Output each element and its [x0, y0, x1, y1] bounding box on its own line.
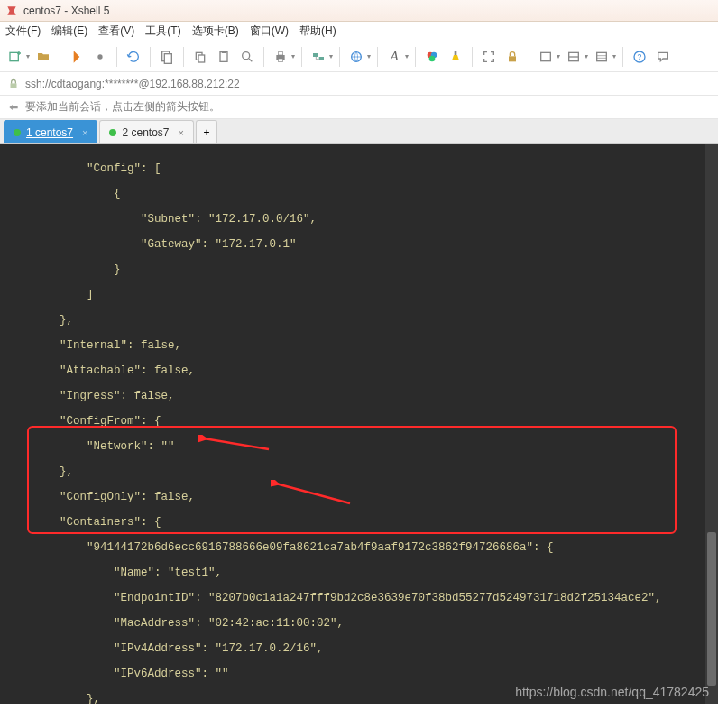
comment-icon[interactable] — [653, 47, 673, 67]
annotation-arrow-icon — [271, 480, 352, 507]
dropdown-icon[interactable]: ▾ — [585, 52, 588, 60]
separator — [60, 47, 60, 67]
svg-text:?: ? — [638, 52, 642, 61]
status-dot-icon — [14, 129, 21, 136]
menu-edit[interactable]: 编辑(E) — [51, 23, 87, 39]
svg-rect-19 — [509, 56, 516, 61]
separator — [529, 47, 529, 67]
scrollbar-thumb[interactable] — [707, 532, 716, 686]
menu-file[interactable]: 文件(F) — [5, 23, 41, 39]
svg-point-1 — [97, 54, 102, 59]
term-line: "Network": "" — [5, 440, 175, 453]
menu-tools[interactable]: 工具(T) — [145, 23, 180, 39]
globe-icon[interactable] — [346, 47, 366, 67]
dropdown-icon[interactable]: ▾ — [329, 52, 333, 60]
term-line: "Attachable": false, — [5, 364, 195, 377]
layout3-icon[interactable] — [592, 47, 612, 67]
font-icon[interactable]: A — [384, 47, 404, 67]
term-line: "Name": "test1", — [5, 567, 222, 579]
term-line: }, — [5, 465, 73, 478]
term-line: "IPv6Address": "" — [5, 668, 229, 680]
arrow-hint-icon[interactable] — [7, 101, 20, 114]
term-line: "ConfigFrom": { — [5, 415, 161, 428]
tab-label: 1 centos7 — [26, 126, 73, 139]
color-icon[interactable] — [422, 47, 442, 67]
new-tab-button[interactable]: + — [196, 120, 217, 143]
svg-line-26 — [204, 438, 269, 449]
window-title: centos7 - Xshell 5 — [23, 5, 109, 17]
menu-tabs[interactable]: 选项卡(B) — [192, 23, 239, 39]
dropdown-icon[interactable]: ▾ — [26, 52, 30, 60]
svg-rect-25 — [11, 83, 17, 88]
paste-icon[interactable] — [214, 47, 234, 67]
tab-bar: 1 centos7 × 2 centos7 × + — [0, 119, 718, 144]
term-line: "Gateway": "172.17.0.1" — [5, 238, 297, 251]
hint-text: 要添加当前会话，点击左侧的箭头按钮。 — [25, 99, 220, 115]
scrollbar[interactable] — [705, 144, 718, 704]
separator — [339, 47, 340, 67]
term-line: "Config": [ — [5, 162, 161, 175]
separator — [301, 47, 302, 67]
dropdown-icon[interactable]: ▾ — [405, 52, 409, 60]
print-icon[interactable] — [271, 47, 290, 67]
menu-window[interactable]: 窗口(W) — [250, 23, 289, 39]
properties-icon[interactable] — [157, 47, 177, 67]
lock-icon[interactable] — [502, 47, 522, 67]
transfer-icon[interactable] — [308, 47, 328, 67]
watermark-text: https://blog.csdn.net/qq_41782425 — [515, 686, 709, 698]
term-line: }, — [5, 314, 73, 327]
svg-point-8 — [243, 51, 250, 59]
open-icon[interactable] — [33, 47, 53, 67]
terminal-pane[interactable]: "Config": [ { "Subnet": "172.17.0.0/16",… — [0, 144, 718, 704]
address-text[interactable]: ssh://cdtaogang:********@192.168.88.212:… — [25, 78, 240, 90]
new-session-icon[interactable] — [5, 47, 25, 67]
menu-view[interactable]: 查看(V) — [98, 23, 134, 39]
separator — [183, 47, 184, 67]
status-dot-icon — [109, 129, 116, 136]
copy-icon[interactable] — [190, 47, 210, 67]
tab-centos7-2[interactable]: 2 centos7 × — [99, 120, 193, 143]
layout1-icon[interactable] — [536, 47, 556, 67]
window-titlebar: centos7 - Xshell 5 — [0, 0, 718, 22]
dropdown-icon[interactable]: ▾ — [367, 52, 371, 60]
reconnect-icon[interactable] — [124, 47, 143, 67]
svg-rect-11 — [278, 59, 282, 61]
svg-rect-3 — [164, 53, 171, 63]
find-icon[interactable] — [237, 47, 257, 67]
term-line: "Subnet": "172.17.0.0/16", — [5, 213, 317, 226]
separator — [377, 47, 378, 67]
dropdown-icon[interactable]: ▾ — [291, 52, 295, 60]
term-line: "Internal": false, — [5, 339, 181, 352]
svg-rect-22 — [597, 52, 607, 60]
address-bar: ssh://cdtaogang:********@192.168.88.212:… — [0, 72, 718, 96]
separator — [622, 47, 623, 67]
term-line: "Containers": { — [5, 516, 161, 529]
term-line: "EndpointID": "8207b0c1a1a247fff9bd2c8e3… — [5, 592, 662, 604]
term-line: { — [5, 188, 121, 200]
svg-rect-20 — [541, 52, 551, 60]
close-icon[interactable]: × — [179, 127, 184, 138]
fullscreen-icon[interactable] — [479, 47, 499, 67]
term-line: "ConfigOnly": false, — [5, 491, 195, 503]
highlight-icon[interactable] — [446, 47, 465, 67]
menu-help[interactable]: 帮助(H) — [299, 23, 336, 39]
help-icon[interactable]: ? — [630, 47, 649, 67]
toolbar: ▾ ▾ ▾ ▾ A▾ ▾ ▾ ▾ ? — [0, 41, 718, 72]
svg-rect-10 — [278, 51, 282, 54]
disconnect-icon[interactable] — [90, 47, 110, 67]
separator — [116, 47, 117, 67]
tab-centos7-1[interactable]: 1 centos7 × — [4, 120, 97, 143]
svg-rect-7 — [222, 51, 226, 53]
tab-label: 2 centos7 — [122, 126, 169, 139]
svg-rect-0 — [10, 52, 18, 60]
separator — [150, 47, 151, 67]
svg-point-17 — [429, 55, 436, 61]
term-line: "IPv4Address": "172.17.0.2/16", — [5, 642, 324, 655]
dropdown-icon[interactable]: ▾ — [557, 52, 560, 60]
svg-rect-18 — [455, 51, 457, 55]
close-icon[interactable]: × — [82, 127, 87, 138]
dropdown-icon[interactable]: ▾ — [612, 52, 616, 60]
term-line: "Ingress": false, — [5, 390, 175, 402]
layout2-icon[interactable] — [564, 47, 584, 67]
connect-icon[interactable] — [67, 47, 87, 67]
